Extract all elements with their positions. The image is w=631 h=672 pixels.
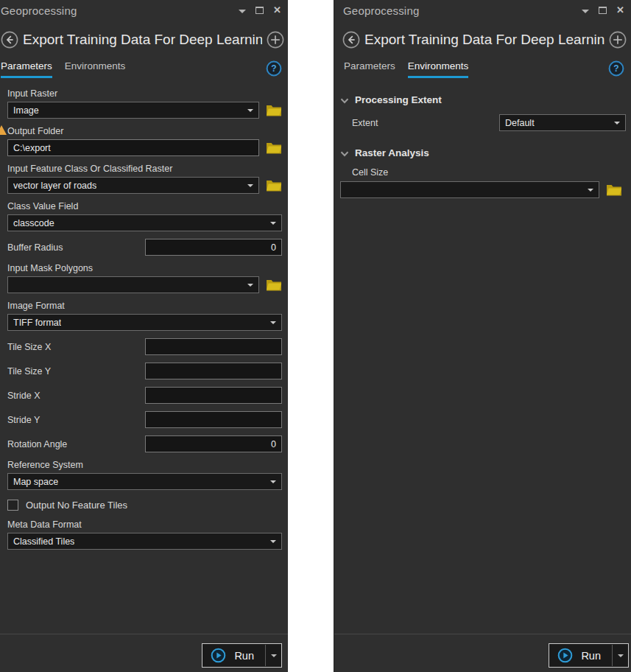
back-icon[interactable] (1, 31, 18, 49)
field-input-mask-polygons: Input Mask Polygons (7, 263, 282, 293)
run-play-icon (557, 648, 573, 663)
number-input-buffer-radius[interactable] (145, 239, 282, 256)
folder-browse-icon[interactable] (266, 179, 282, 192)
run-button-label: Run (581, 650, 601, 662)
dropdown-arrow-icon[interactable] (247, 109, 253, 112)
field-buffer-radius: Buffer Radius (7, 239, 282, 256)
dropdown-arrow-icon[interactable] (247, 284, 253, 287)
float-window-icon[interactable] (255, 7, 264, 14)
field-label-input-feature-class-or-classified-raster: Input Feature Class Or Classified Raster (7, 164, 282, 174)
folder-browse-icon[interactable] (606, 183, 622, 196)
field-label-cell-size: Cell Size (334, 167, 631, 178)
tab-parameters[interactable]: Parameters (344, 60, 395, 78)
dropdown-arrow-icon[interactable] (247, 184, 253, 187)
field-label-tile-size-x: Tile Size X (7, 342, 145, 352)
combo-value: Classified Tiles (13, 536, 74, 547)
collapse-chevron-icon[interactable] (340, 98, 349, 104)
field-label-output-folder: Output Folder (7, 126, 282, 136)
close-icon[interactable]: ✕ (616, 7, 624, 14)
text-input-output-folder[interactable] (7, 139, 259, 156)
dropdown-arrow-icon[interactable] (270, 540, 276, 543)
section-title-processing-extent: Processing Extent (355, 94, 442, 105)
folder-browse-icon[interactable] (266, 279, 282, 291)
folder-browse-icon[interactable] (266, 104, 282, 116)
tool-title: Export Training Data For Deep Learning (364, 32, 604, 48)
field-label-buffer-radius: Buffer Radius (7, 242, 145, 253)
field-stride-x: Stride X (7, 387, 282, 404)
combo-value: vector layer of roads (13, 181, 96, 191)
field-class-value-field: Class Value Fieldclasscode (7, 201, 282, 231)
combo-reference-system[interactable]: Map space (7, 473, 282, 490)
combo-meta-data-format[interactable]: Classified Tiles (7, 533, 282, 550)
float-window-icon[interactable] (599, 7, 607, 14)
field-label-image-format: Image Format (7, 301, 282, 311)
warning-icon (0, 125, 7, 135)
combo-extent[interactable]: Default (499, 114, 626, 131)
combo-cell-size[interactable] (340, 181, 599, 198)
field-input-feature-class-or-classified-raster: Input Feature Class Or Classified Raster… (7, 164, 282, 194)
combo-input-feature-class-or-classified-raster[interactable]: vector layer of roads (7, 177, 259, 194)
field-label-tile-size-y: Tile Size Y (7, 366, 145, 377)
combo-input-raster[interactable]: Image (7, 102, 259, 119)
field-output-folder: Output Folder (7, 126, 282, 156)
field-label-input-mask-polygons: Input Mask Polygons (7, 263, 282, 273)
run-button[interactable]: Run (202, 643, 282, 668)
run-options-chevron-down-icon[interactable] (266, 644, 281, 667)
field-tile-size-x: Tile Size X (7, 338, 282, 355)
dropdown-arrow-icon[interactable] (270, 222, 276, 225)
dropdown-arrow-icon[interactable] (270, 480, 276, 483)
tab-parameters[interactable]: Parameters (1, 60, 52, 78)
dropdown-arrow-icon[interactable] (614, 122, 620, 125)
tool-header: Export Training Data For Deep Learning (334, 31, 631, 49)
dropdown-arrow-icon[interactable] (270, 321, 276, 324)
number-input-stride-x[interactable] (145, 387, 282, 404)
tab-bar: ParametersEnvironments ? (0, 60, 288, 78)
help-icon[interactable]: ? (608, 60, 624, 77)
combo-image-format[interactable]: TIFF format (7, 314, 282, 331)
close-icon[interactable]: ✕ (273, 7, 281, 14)
tool-header: Export Training Data For Deep Learning (0, 31, 288, 49)
run-bar: Run (334, 634, 631, 672)
number-input-rotation-angle[interactable] (145, 435, 282, 452)
combo-value: Map space (13, 477, 58, 487)
combo-value: classcode (13, 218, 54, 228)
run-options-chevron-down-icon[interactable] (613, 644, 628, 667)
tab-bar: ParametersEnvironments ? (334, 60, 631, 78)
checkbox-output-no-feature-tiles[interactable] (7, 500, 18, 511)
run-bar: Run (0, 634, 288, 672)
combo-value: Image (13, 105, 39, 116)
tab-environments[interactable]: Environments (408, 60, 469, 78)
field-label-input-raster: Input Raster (7, 88, 282, 99)
field-tile-size-y: Tile Size Y (7, 363, 282, 379)
combo-value: TIFF format (13, 318, 61, 328)
svg-text:?: ? (613, 63, 618, 74)
number-input-stride-y[interactable] (145, 411, 282, 428)
run-button[interactable]: Run (549, 643, 629, 668)
number-input-tile-size-x[interactable] (145, 338, 282, 355)
pane-title: Geoprocessing (0, 4, 77, 17)
section-processing-extent[interactable]: Processing Extent (334, 94, 631, 105)
back-icon[interactable] (342, 31, 360, 49)
combo-value (346, 185, 348, 195)
combo-input-mask-polygons[interactable] (7, 276, 259, 293)
collapse-chevron-icon[interactable] (340, 151, 349, 157)
dropdown-arrow-icon[interactable] (588, 189, 593, 192)
add-to-model-plus-icon[interactable] (609, 31, 627, 49)
environments-form: Processing ExtentExtentDefaultRaster Ana… (334, 78, 631, 198)
combo-class-value-field[interactable]: classcode (7, 214, 282, 231)
field-label-stride-y: Stride Y (7, 415, 145, 425)
field-reference-system: Reference SystemMap space (7, 460, 282, 490)
help-icon[interactable]: ? (266, 60, 282, 77)
number-input-tile-size-y[interactable] (145, 363, 282, 379)
folder-browse-icon[interactable] (266, 141, 282, 154)
field-label-extent: Extent (352, 118, 499, 128)
pane-title: Geoprocessing (334, 4, 420, 17)
add-to-model-plus-icon[interactable] (267, 31, 284, 49)
tab-environments[interactable]: Environments (65, 60, 126, 78)
field-stride-y: Stride Y (7, 411, 282, 428)
checkbox-label-output-no-feature-tiles: Output No Feature Tiles (26, 500, 127, 511)
field-label-meta-data-format: Meta Data Format (7, 519, 282, 530)
pane-menu-chevron-down-icon[interactable] (582, 10, 589, 13)
pane-menu-chevron-down-icon[interactable] (239, 10, 246, 13)
section-raster-analysis[interactable]: Raster Analysis (334, 147, 631, 158)
